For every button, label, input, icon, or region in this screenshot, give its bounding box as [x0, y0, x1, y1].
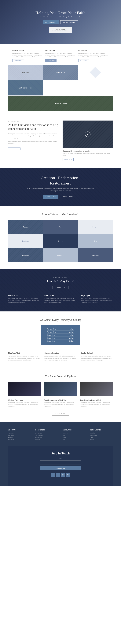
- news-card-3: CULTURE Best Cities For Remote Work Lore…: [80, 382, 113, 408]
- footer-link[interactable]: About Divi: [8, 432, 31, 434]
- join-class-button[interactable]: JOIN A CLASS: [43, 195, 58, 199]
- footer-link[interactable]: Sermons: [63, 432, 86, 434]
- event-card-2: Winter Camp Lorem ipsum dolor sit amet, …: [44, 295, 77, 303]
- footer-link[interactable]: Location: [8, 436, 31, 438]
- footer-link[interactable]: Blog: [63, 434, 86, 436]
- event-card-1: Divi Road Trip Lorem ipsum dolor sit ame…: [8, 295, 40, 303]
- about-section: OUR MISSION At Divi Our vision and missi…: [0, 114, 121, 168]
- involved-missions-label: Missions: [57, 254, 64, 256]
- involved-pray-label: Pray: [59, 226, 63, 228]
- footer-link[interactable]: Give: [63, 438, 86, 440]
- news-grid: LIFESTYLE Working From Home Lorem ipsum …: [8, 382, 113, 408]
- involved-tile-connect[interactable]: Connect: [8, 248, 43, 262]
- footer-col: About UsAbout DiviOur TeamLocationContac…: [8, 429, 31, 440]
- involved-tile-baptism[interactable]: Baptism: [8, 234, 43, 248]
- schedule-time: 11:00am: [69, 331, 74, 333]
- footer-link[interactable]: Mission Trips: [90, 434, 113, 436]
- ways-to-serve-button[interactable]: WAYS TO SERVE: [60, 195, 78, 199]
- watch-stream-button[interactable]: WATCH STREAM: [60, 20, 78, 24]
- card-3-text: Aenean lacinia bibendum nulla sed consec…: [78, 52, 109, 58]
- events-label: OUR SERVICES: [8, 277, 113, 278]
- footer-link[interactable]: Ministries: [90, 432, 113, 434]
- gather-card-2: Choose a Location Aenean lacinia bibendu…: [44, 352, 77, 361]
- about-title: At Divi Our vision and mission is to hel…: [8, 123, 58, 131]
- involved-tile-groups[interactable]: Groups: [43, 234, 78, 248]
- events-calendar-button[interactable]: CALENDAR: [52, 286, 68, 290]
- get-started-button[interactable]: GET STARTED: [43, 20, 59, 24]
- feature-cards: Current Series Aenean lacinia bibendum n…: [0, 44, 121, 65]
- news-3-text: Lorem ipsum dolor sit amet, consectetur …: [80, 402, 113, 408]
- schedule-day: Thursday 5 Nov: [47, 328, 56, 330]
- card-2-btn[interactable]: LEARN HOW: [45, 59, 56, 62]
- footer-name-input[interactable]: [40, 460, 81, 464]
- about-label: OUR MISSION: [8, 120, 58, 122]
- google-icon[interactable]: g+: [61, 473, 65, 477]
- footer-link[interactable]: Groups: [90, 438, 113, 440]
- schedule-day: Sunday 8 Nov: [47, 334, 55, 336]
- play-button[interactable]: ▶: [85, 132, 90, 137]
- parallax-section: Creation . Redemption .Restoration . Lor…: [0, 168, 121, 206]
- about-text-1: Lorem ipsum dolor sit amet, consectetur …: [8, 133, 58, 137]
- schedule-time: 9:30am: [70, 328, 74, 330]
- footer-link[interactable]: Our Team: [8, 434, 31, 436]
- tile-hope-kids[interactable]: Hope Kids: [43, 65, 78, 80]
- involved-tile-salvation[interactable]: Salvation: [78, 248, 113, 262]
- footer-social: f t g+ in: [17, 473, 104, 481]
- card-3-btn[interactable]: PLAN VISIT: [78, 59, 89, 62]
- card-1-btn[interactable]: LISTEN NOW: [12, 59, 24, 62]
- schedule-day: Sunday 8 Nov: [47, 340, 55, 342]
- involved-tile-give[interactable]: Give: [78, 234, 113, 248]
- footer-link[interactable]: Contact Us: [8, 438, 31, 440]
- subscribe-button[interactable]: SUBSCRIBE: [40, 466, 81, 470]
- involved-tile-pray[interactable]: Pray: [43, 220, 78, 234]
- facebook-icon[interactable]: f: [51, 473, 55, 477]
- footer-link[interactable]: Events: [63, 436, 86, 438]
- footer-link[interactable]: Membership: [35, 436, 58, 438]
- linkedin-icon[interactable]: in: [66, 473, 70, 477]
- footer-col: Get InvolvedMinistriesMission TripsPraye…: [90, 429, 113, 440]
- card-current-series: Current Series Aenean lacinia bibendum n…: [12, 49, 43, 62]
- event-1-title: Divi Road Trip: [8, 295, 40, 296]
- involved-give-label: Give: [94, 240, 97, 242]
- tile-get-connected[interactable]: Get Connected: [8, 80, 43, 96]
- footer-contact-title: Stay In Touch: [17, 452, 104, 455]
- involved-connect-label: Connect: [22, 254, 29, 256]
- gather-card-3-text: Aenean lacinia bibendum nulla sed consec…: [81, 355, 113, 361]
- about-video-title: Subque with me, pretium et faucib: [63, 150, 113, 152]
- footer: About UsAbout DiviOur TeamLocationContac…: [0, 422, 121, 486]
- involved-tile-missions[interactable]: Missions: [43, 248, 78, 262]
- gather-card-2-title: Choose a Location: [44, 352, 77, 354]
- tile-connect-label: Get Connected: [19, 87, 32, 89]
- footer-col-title: Next Steps: [35, 429, 58, 431]
- about-more-info-button[interactable]: MORE INFO: [63, 158, 74, 161]
- card-1-title: Current Series: [12, 49, 43, 51]
- about-learn-more-button[interactable]: LEARN MORE: [8, 148, 21, 150]
- gather-card-1-text: Aenean lacinia bibendum nulla sed consec…: [8, 355, 40, 361]
- event-3-text: Lorem ipsum dolor sit amet, consectetur …: [81, 297, 113, 303]
- involved-tile-serving[interactable]: Serving: [78, 220, 113, 234]
- tiles-section: Visiting Hope Kids Get Connected Service…: [0, 65, 121, 114]
- footer-link[interactable]: Get Baptized: [35, 434, 58, 436]
- card-2-text: Aenean lacinia bibendum nulla sed consec…: [45, 52, 76, 58]
- news-img-3: [80, 382, 113, 396]
- card-1-text: Aenean lacinia bibendum nulla sed consec…: [12, 52, 43, 58]
- read-more-button[interactable]: READ MORE: [52, 412, 69, 416]
- about-right-text: Subque with me, pretium et faucib Donec …: [63, 150, 113, 161]
- footer-link[interactable]: Plan a Visit: [35, 432, 58, 434]
- footer-link[interactable]: Serving: [35, 438, 58, 440]
- tile-visiting[interactable]: Visiting: [8, 65, 43, 80]
- involved-tile-teach[interactable]: Teach: [8, 220, 43, 234]
- parallax-buttons: JOIN A CLASS WAYS TO SERVE: [43, 195, 78, 199]
- schedule-item: Thursday 5 Nov 11:00am: [47, 331, 74, 334]
- twitter-icon[interactable]: t: [56, 473, 60, 477]
- card-3-title: Next Class: [78, 49, 109, 51]
- gather-title: We Gather Every Thursday & Sunday: [8, 318, 113, 322]
- news-2-title: Top 10 Campuses to Work You: [44, 399, 77, 401]
- footer-link[interactable]: Prayer: [90, 436, 113, 438]
- hero-card: Joshua & Kate FOUND AT OUR CHURCH, CA: [49, 27, 72, 33]
- footer-name-label: Name: [17, 458, 104, 459]
- news-section: The Latest News & Updates LIFESTYLE Work…: [0, 368, 121, 422]
- news-2-text: Lorem ipsum dolor sit amet, consectetur …: [44, 402, 77, 408]
- tile-service-times[interactable]: Service Times: [8, 96, 113, 111]
- involved-grid: Teach Pray Serving Baptism Groups Give C…: [8, 220, 113, 262]
